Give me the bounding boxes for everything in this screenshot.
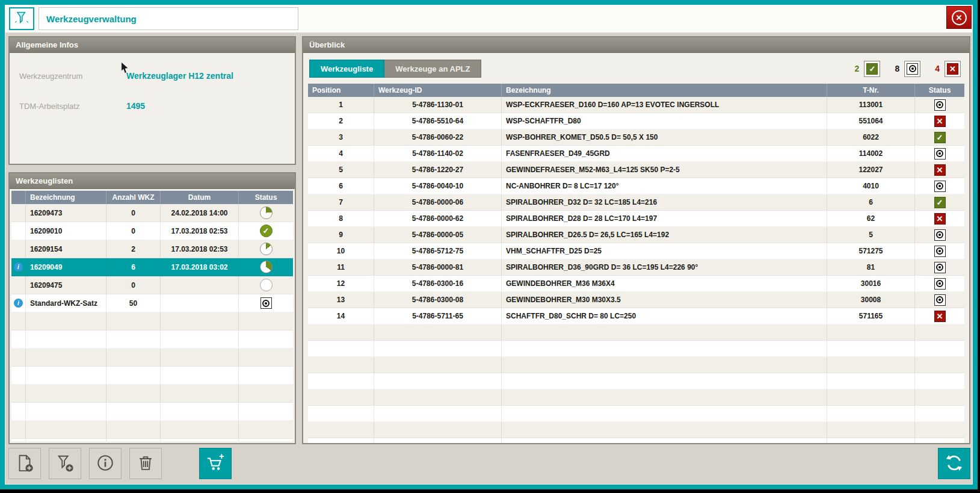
list-status-cell bbox=[239, 294, 293, 312]
werkzeug-id-cell: 5-4786-1220-27 bbox=[374, 162, 502, 178]
add-tool-button[interactable] bbox=[49, 448, 81, 479]
empty-cell bbox=[239, 330, 293, 348]
empty-cell bbox=[161, 385, 239, 402]
empty-cell bbox=[239, 349, 293, 366]
tool-list-row[interactable]: 16209473024.02.2018 14:00 bbox=[11, 204, 293, 222]
col-anzahl-wkz[interactable]: Anzahl WKZ bbox=[106, 191, 161, 204]
col-position[interactable]: Position bbox=[308, 84, 374, 97]
empty-cell bbox=[827, 406, 915, 421]
empty-cell bbox=[827, 324, 915, 340]
overview-row[interactable]: 55-4786-1220-27GEWINDEFRAESER_M52-M63_L4… bbox=[308, 162, 964, 178]
overview-row[interactable]: 135-4786-0300-08GEWINDEBOHRER_M30 M30X3.… bbox=[308, 292, 964, 308]
overview-row[interactable]: 75-4786-0000-06SPIRALBOHRER_D32 D= 32 LC… bbox=[308, 194, 964, 211]
info-button[interactable] bbox=[89, 448, 122, 479]
field-werkzeugzentrum: Werkzeugzentrum Werkzeuglager H12 zentra… bbox=[19, 71, 295, 81]
status-cell: ✓ bbox=[915, 129, 964, 145]
col-status[interactable]: Status bbox=[915, 84, 964, 97]
empty-cell bbox=[374, 341, 502, 356]
status-cell bbox=[915, 227, 964, 243]
close-icon: ✕ bbox=[952, 10, 967, 25]
empty-cell bbox=[239, 403, 293, 420]
status-missing-icon: ✕ bbox=[934, 311, 946, 322]
close-button[interactable]: ✕ bbox=[946, 6, 972, 29]
col-werkzeug-id[interactable]: Werkzeug-ID bbox=[374, 84, 502, 97]
werkzeug-id-cell: 5-4786-5510-64 bbox=[374, 113, 502, 129]
status-on-machine-icon bbox=[934, 246, 946, 257]
overview-row[interactable]: 45-4786-1140-02FASENFRAESER_D49_45GRD114… bbox=[308, 146, 964, 162]
add-list-button[interactable] bbox=[8, 448, 41, 479]
tab-werkzeugliste[interactable]: Werkzeugliste bbox=[309, 60, 384, 78]
empty-cell bbox=[308, 357, 374, 373]
empty-cell bbox=[374, 406, 502, 421]
overview-row[interactable]: 65-4786-0040-10NC-ANBOHRER D= 8 LC=17 12… bbox=[308, 178, 964, 194]
empty-cell bbox=[502, 357, 827, 373]
overview-row[interactable]: 85-4786-0000-62SPIRALBOHRER_D28 D= 28 LC… bbox=[308, 211, 964, 227]
refresh-button[interactable] bbox=[938, 448, 970, 479]
col-status[interactable]: Status bbox=[239, 191, 293, 204]
tool-list-row[interactable]: 16209154217.03.2018 02:53 bbox=[11, 240, 293, 258]
status-counters: 2 ✓ 8 4 ✕ bbox=[840, 61, 963, 77]
empty-cell bbox=[502, 324, 827, 340]
cart-button[interactable] bbox=[199, 448, 232, 479]
status-on-machine-icon bbox=[934, 99, 946, 111]
delete-button[interactable] bbox=[129, 448, 162, 479]
app-logo bbox=[9, 7, 34, 30]
overview-row[interactable]: 145-4786-5711-65SCHAFTFR_D80_SCHR D= 80 … bbox=[308, 308, 964, 324]
empty-cell bbox=[11, 421, 26, 438]
status-cell: ✕ bbox=[915, 308, 964, 324]
overview-row[interactable]: 35-4786-0060-22WSP-BOHRER_KOMET_D50.5 D=… bbox=[308, 129, 964, 146]
field-value: Werkzeuglager H12 zentral bbox=[126, 71, 233, 81]
overview-row[interactable]: 105-4786-5712-75VHM_SCHAFTFR_D25 D=25571… bbox=[308, 243, 964, 259]
overview-title: Überblick bbox=[303, 37, 969, 53]
status-on-machine-icon bbox=[934, 262, 946, 273]
tool-list-row[interactable]: i16209049617.03.2018 03:02 bbox=[11, 258, 293, 276]
counter-ok: 2 ✓ bbox=[855, 61, 881, 77]
empty-cell bbox=[374, 389, 502, 405]
list-name-cell: 16209475 bbox=[26, 276, 106, 294]
empty-row bbox=[308, 438, 964, 443]
target-ring bbox=[936, 231, 943, 238]
col-datum[interactable]: Datum bbox=[161, 191, 239, 204]
counter-missing-value: 4 bbox=[935, 64, 940, 73]
empty-cell bbox=[502, 422, 827, 438]
status-cell bbox=[915, 292, 964, 308]
filter-ok-button[interactable]: ✓ bbox=[864, 61, 880, 77]
tool-list-row[interactable]: 162094750 bbox=[11, 276, 293, 294]
overview-row[interactable]: 15-4786-1130-01WSP-ECKFRAESER_D160 D=160… bbox=[308, 97, 964, 113]
overview-row[interactable]: 125-4786-0300-16GEWINDEBOHRER_M36 M36X43… bbox=[308, 276, 964, 292]
overview-row[interactable]: 25-4786-5510-64WSP-SCHAFTFR_D80551064✕ bbox=[308, 113, 964, 129]
list-status-cell: ✓ bbox=[239, 222, 293, 240]
empty-cell bbox=[26, 385, 106, 402]
bezeichnung-cell: WSP-BOHRER_KOMET_D50.5 D= 50,5 X 150 bbox=[502, 129, 827, 145]
bezeichnung-cell: WSP-ECKFRAESER_D160 D=160 AP=13 EVOTEC I… bbox=[502, 97, 827, 113]
tool-lists-panel: Werkzeuglisten Bezeichnung Anzahl WKZ Da… bbox=[8, 172, 296, 444]
empty-cell bbox=[106, 421, 161, 438]
empty-cell bbox=[106, 330, 161, 348]
overview-row[interactable]: 95-4786-0000-05SPIRALBOHRER_D26.5 D= 26,… bbox=[308, 227, 964, 243]
tool-list-row[interactable]: iStandard-WKZ-Satz50 bbox=[11, 294, 293, 312]
bezeichnung-cell: GEWINDEFRAESER_M52-M63_L4=125 SK50 P=2-5 bbox=[502, 162, 827, 178]
tab-werkzeuge-an-aplz[interactable]: Werkzeuge an APLZ bbox=[384, 60, 481, 78]
tool-list-row[interactable]: 16209010017.03.2018 02:53✓ bbox=[11, 222, 293, 240]
filter-on-machine-button[interactable] bbox=[904, 61, 920, 77]
empty-cell bbox=[11, 385, 26, 402]
list-date-cell bbox=[161, 294, 239, 312]
col-bezeichnung[interactable]: Bezeichnung bbox=[502, 84, 827, 97]
overview-row[interactable]: 115-4786-0000-81SPIRALBOHRER_D36_90GRD D… bbox=[308, 259, 964, 276]
empty-cell bbox=[106, 367, 161, 384]
bezeichnung-cell: WSP-SCHAFTFR_D80 bbox=[502, 113, 827, 129]
empty-cell bbox=[915, 406, 964, 421]
info-cell: i bbox=[11, 258, 26, 276]
empty-cell bbox=[915, 422, 964, 438]
col-t-nr[interactable]: T-Nr. bbox=[827, 84, 915, 97]
empty-cell bbox=[308, 406, 374, 421]
empty-cell bbox=[161, 312, 239, 330]
position-cell: 5 bbox=[308, 162, 374, 178]
bezeichnung-cell: GEWINDEBOHRER_M30 M30X3.5 bbox=[502, 292, 827, 308]
col-bezeichnung[interactable]: Bezeichnung bbox=[26, 191, 106, 204]
filter-missing-button[interactable]: ✕ bbox=[945, 61, 961, 77]
empty-cell bbox=[502, 406, 827, 421]
empty-cell bbox=[827, 373, 915, 389]
list-status-cell bbox=[239, 240, 293, 258]
empty-cell bbox=[502, 341, 827, 356]
